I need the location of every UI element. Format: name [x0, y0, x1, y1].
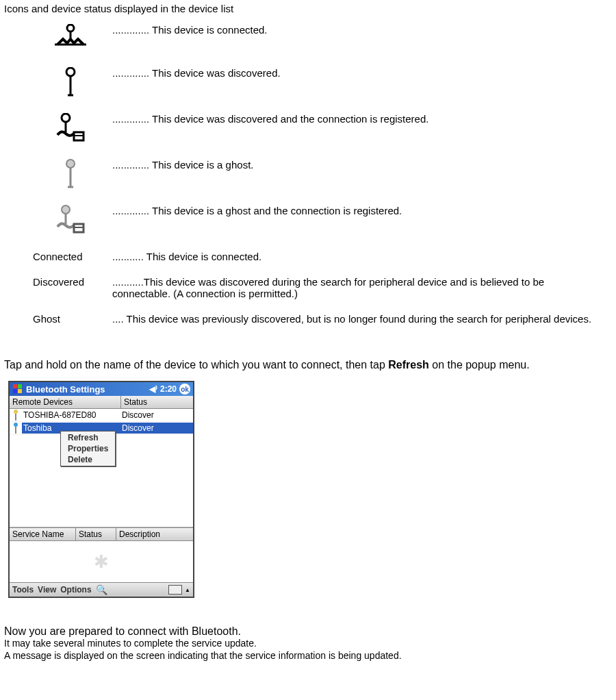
service-list-header: Service Name Status Description — [10, 527, 193, 541]
legend-desc: ............. This device was discovered… — [112, 106, 609, 152]
device-name: TOSHIBA-687ED80 — [22, 410, 119, 421]
device-status: Discover — [119, 423, 193, 434]
legend-desc: ............. This device is a ghost and… — [112, 198, 609, 244]
header-remote-devices[interactable]: Remote Devices — [10, 396, 121, 408]
legend-label: Discovered — [29, 269, 112, 306]
svg-point-3 — [66, 68, 75, 76]
legend-row: Discovered ...........This device was di… — [29, 269, 609, 306]
legend-desc: ............. This device is a ghost. — [112, 152, 609, 198]
keyboard-arrow-icon[interactable]: ▲ — [185, 587, 190, 593]
svg-point-10 — [66, 160, 75, 168]
legend-row: ............. This device was discovered… — [29, 60, 609, 106]
window-title: Bluetooth Settings — [26, 384, 105, 395]
menubar: Tools View Options 🔍 ▲ — [10, 582, 193, 597]
legend-desc: ........... This device is connected. — [112, 244, 609, 269]
bluetooth-settings-screenshot: Bluetooth Settings ◀⁾ 2:20 ok Remote Dev… — [8, 381, 194, 598]
device-list-area: TOSHIBA-687ED80 Discover Toshiba Discove… — [10, 409, 193, 527]
svg-point-13 — [62, 205, 70, 214]
menu-item-properties[interactable]: Properties — [61, 443, 115, 454]
instruction-text: Tap and hold on the name of the device t… — [4, 359, 612, 371]
legend-row: ............. This device is connected. — [29, 17, 609, 60]
speaker-icon[interactable]: ◀⁾ — [149, 384, 157, 394]
section-title: Icons and device status displayed in the… — [4, 3, 612, 14]
device-pin-icon — [10, 422, 22, 434]
legend-row: ............. This device is a ghost and… — [29, 198, 609, 244]
legend-row: Ghost .... This device was previously di… — [29, 306, 609, 332]
svg-rect-18 — [18, 384, 22, 388]
device-pin-icon — [10, 409, 22, 421]
device-status: Discover — [119, 410, 193, 421]
legend-label: Ghost — [29, 306, 112, 332]
context-menu: Refresh Properties Delete — [60, 431, 116, 466]
header-service-description[interactable]: Description — [116, 528, 193, 540]
svg-rect-19 — [13, 389, 17, 393]
footer-line-3: A message is displayed on the screen ind… — [4, 650, 612, 662]
svg-point-6 — [62, 114, 70, 122]
service-list-area: ✱ — [10, 541, 193, 582]
svg-rect-20 — [18, 389, 22, 393]
header-service-status[interactable]: Status — [76, 528, 116, 540]
device-row[interactable]: TOSHIBA-687ED80 Discover — [10, 409, 193, 422]
svg-point-0 — [67, 25, 74, 32]
discovered-registered-icon — [29, 106, 112, 152]
header-service-name[interactable]: Service Name — [10, 528, 76, 540]
ghost-registered-icon — [29, 198, 112, 244]
windows-start-icon[interactable] — [12, 384, 23, 395]
keyboard-icon[interactable] — [168, 585, 182, 595]
legend-row: Connected ........... This device is con… — [29, 244, 609, 269]
ok-button[interactable]: ok — [179, 384, 190, 395]
legend-row: ............. This device is a ghost. — [29, 152, 609, 198]
legend-row: ............. This device was discovered… — [29, 106, 609, 152]
menu-view[interactable]: View — [38, 585, 56, 595]
legend-desc: .... This device was previously discover… — [112, 306, 609, 332]
device-list-header: Remote Devices Status — [10, 396, 193, 409]
menu-tools[interactable]: Tools — [12, 585, 34, 595]
svg-rect-17 — [13, 384, 17, 388]
legend-desc: ............. This device was discovered… — [112, 60, 609, 106]
ghost-icon — [29, 152, 112, 198]
search-icon[interactable]: 🔍 — [96, 584, 107, 595]
legend-label: Connected — [29, 244, 112, 269]
instruction-bold: Refresh — [388, 359, 429, 371]
menu-item-delete[interactable]: Delete — [61, 454, 115, 465]
legend-desc: ............. This device is connected. — [112, 17, 609, 60]
connected-icon — [29, 17, 112, 60]
header-status[interactable]: Status — [121, 396, 193, 408]
menu-item-refresh[interactable]: Refresh — [61, 432, 115, 443]
footer-line-2: It may take several minutes to complete … — [4, 638, 612, 650]
instruction-post: on the popup menu. — [429, 359, 530, 371]
legend-desc: ...........This device was discovered du… — [112, 269, 609, 306]
footer-line-1: Now you are prepared to connect with Blu… — [4, 625, 612, 638]
clock-time[interactable]: 2:20 — [160, 384, 177, 394]
titlebar: Bluetooth Settings ◀⁾ 2:20 ok — [10, 382, 193, 396]
discovered-icon — [29, 60, 112, 106]
menu-options[interactable]: Options — [60, 585, 91, 595]
instruction-pre: Tap and hold on the name of the device t… — [4, 359, 388, 371]
legend-table: ............. This device is connected. … — [29, 17, 609, 332]
